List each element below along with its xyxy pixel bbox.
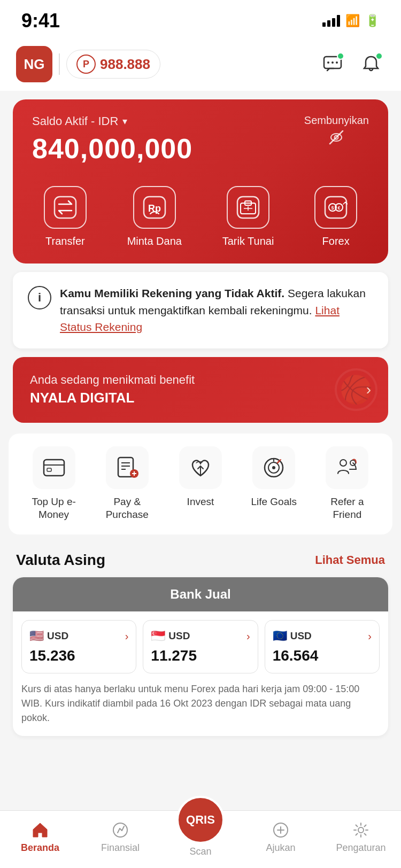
forex-currency-row-1: 🇺🇸 USD ›: [29, 629, 128, 643]
forex-item-usd-sg[interactable]: 🇸🇬 USD › 11.275: [143, 620, 258, 673]
transfer-icon: [53, 196, 77, 219]
pay-purchase-label: Pay & Purchase: [95, 495, 159, 522]
svg-text:€: €: [338, 205, 341, 211]
top-up-emoney-button[interactable]: Top Up e-Money: [22, 446, 86, 522]
status-bar: 9:41 📶 🔋: [0, 0, 401, 37]
nav-finansial-label: Finansial: [101, 842, 140, 854]
balance-actions: Transfer Rp Minta Dana: [13, 175, 388, 264]
nav-finansial[interactable]: Finansial: [80, 821, 160, 854]
balance-card: Saldo Aktif - IDR ▾ 840,000,000 Sembunyi…: [13, 99, 388, 264]
refer-friend-icon-box: [326, 446, 368, 489]
forex-button[interactable]: $ € Forex: [314, 186, 357, 247]
svg-rect-7: [55, 197, 76, 218]
minta-dana-button[interactable]: Rp Minta Dana: [127, 186, 182, 247]
info-icon: i: [28, 286, 51, 309]
forex-rate-1: 15.236: [29, 647, 128, 664]
ajukan-icon: [272, 821, 290, 839]
forex-flag-currency-1: 🇺🇸 USD: [29, 629, 68, 643]
tarik-tunai-icon: [236, 196, 260, 219]
forex-item-usd-eu[interactable]: 🇪🇺 USD › 16.564: [265, 620, 380, 673]
eu-flag: 🇪🇺: [273, 629, 287, 643]
hide-balance-button[interactable]: Sembunyikan: [304, 114, 369, 146]
divider: [59, 53, 60, 75]
info-banner: i Kamu Memiliki Rekening yang Tidak Akti…: [13, 272, 388, 348]
points-icon: P: [76, 55, 96, 74]
points-value: 988.888: [100, 56, 150, 73]
eye-off-icon: [328, 129, 345, 146]
forex-rate-2: 11.275: [151, 647, 250, 664]
bell-button[interactable]: [357, 50, 385, 78]
valuta-title: Valuta Asing: [16, 552, 105, 569]
forex-label: Forex: [322, 235, 350, 247]
wifi-icon: 📶: [345, 14, 360, 28]
life-goals-label: Life Goals: [251, 495, 297, 509]
minta-dana-label: Minta Dana: [127, 235, 182, 247]
status-icons: 📶 🔋: [322, 14, 380, 28]
home-icon: [31, 821, 49, 839]
gear-icon: [352, 821, 370, 839]
scan-button[interactable]: QRIS: [176, 796, 225, 844]
invest-icon: [188, 455, 213, 480]
life-goals-button[interactable]: Life Goals: [242, 446, 306, 522]
refer-friend-button[interactable]: Refer a Friend: [315, 446, 379, 522]
forex-currency-3: USD: [290, 630, 312, 642]
info-text: Kamu Memiliki Rekening yang Tidak Aktif.…: [60, 285, 373, 336]
life-goals-icon: [261, 455, 286, 480]
balance-top: Saldo Aktif - IDR ▾ 840,000,000 Sembunyi…: [13, 99, 388, 175]
nav-scan-label: Scan: [189, 846, 211, 857]
svg-point-33: [340, 460, 346, 466]
us-flag: 🇺🇸: [29, 629, 44, 643]
minta-dana-icon-box: Rp: [133, 186, 176, 229]
forex-card: Bank Jual 🇺🇸 USD › 15.236 🇸🇬 USD › 11.27…: [13, 577, 388, 736]
nav-ajukan[interactable]: Ajukan: [241, 821, 321, 854]
nyala-banner[interactable]: Anda sedang menikmati benefit NYALA DIGI…: [13, 357, 388, 423]
svg-rect-1: [327, 61, 329, 64]
header-left: NG P 988.888: [16, 46, 160, 82]
lihat-semua-link[interactable]: Lihat Semua: [315, 553, 385, 567]
minta-dana-icon: Rp: [143, 196, 166, 219]
header-right: [319, 50, 385, 78]
svg-point-39: [358, 827, 364, 833]
nav-ajukan-label: Ajukan: [266, 842, 295, 854]
svg-point-31: [272, 466, 275, 469]
forex-currency-row-3: 🇪🇺 USD ›: [273, 629, 372, 643]
chevron-down-icon: ▾: [122, 115, 127, 127]
pay-purchase-button[interactable]: Pay & Purchase: [95, 446, 159, 522]
transfer-button[interactable]: Transfer: [44, 186, 87, 247]
pay-purchase-icon-box: [106, 446, 149, 489]
chat-button[interactable]: [319, 50, 346, 78]
signal-icon: [322, 15, 340, 27]
transfer-label: Transfer: [45, 235, 85, 247]
forex-header: Bank Jual: [13, 577, 388, 611]
forex-currency-1: USD: [47, 630, 68, 642]
forex-chevron-1: ›: [125, 630, 129, 642]
nav-scan: QRIS Scan: [160, 817, 241, 857]
forex-rate-3: 16.564: [273, 647, 372, 664]
svg-rect-3: [336, 61, 338, 64]
top-up-icon: [42, 455, 66, 480]
avatar: NG: [16, 46, 52, 82]
invest-button[interactable]: Invest: [168, 446, 233, 522]
nav-pengaturan[interactable]: Pengaturan: [321, 821, 401, 854]
svg-rect-2: [331, 61, 334, 64]
invest-icon-box: [179, 446, 222, 489]
invest-label: Invest: [187, 495, 214, 509]
balance-label: Saldo Aktif - IDR ▾: [32, 114, 192, 128]
forex-icon-box: $ €: [314, 186, 357, 229]
nav-beranda[interactable]: Beranda: [0, 821, 80, 854]
forex-note: Kurs di atas hanya berlaku untuk menu Fo…: [13, 682, 388, 736]
balance-amount: 840,000,000: [32, 133, 192, 165]
forex-item-usd-us[interactable]: 🇺🇸 USD › 15.236: [21, 620, 136, 673]
refer-friend-label: Refer a Friend: [315, 495, 379, 522]
forex-chevron-2: ›: [246, 630, 250, 642]
sg-flag: 🇸🇬: [151, 629, 165, 643]
forex-rows: 🇺🇸 USD › 15.236 🇸🇬 USD › 11.275 🇪🇺: [13, 611, 388, 682]
tarik-tunai-button[interactable]: Tarik Tunai: [222, 186, 274, 247]
chat-notification-dot: [337, 52, 344, 60]
svg-text:$: $: [331, 205, 334, 211]
tarik-tunai-label: Tarik Tunai: [222, 235, 274, 247]
points-badge[interactable]: P 988.888: [66, 50, 160, 79]
refer-friend-icon: [335, 455, 359, 480]
forex-currency-2: USD: [168, 630, 190, 642]
svg-point-35: [113, 823, 127, 837]
